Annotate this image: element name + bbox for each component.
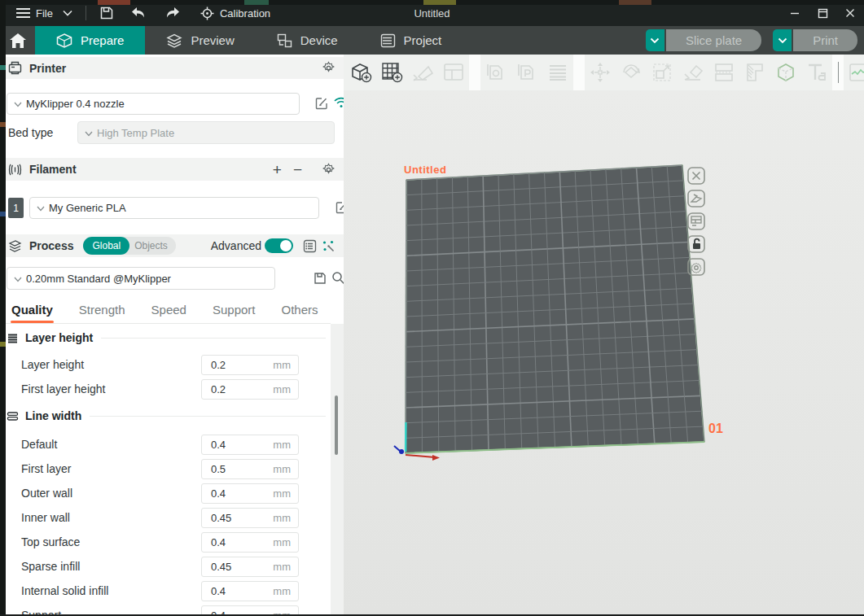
slice-plate-split-button: Slice plate [646, 29, 761, 51]
tab-prepare-label: Prepare [81, 33, 124, 47]
file-menu-button[interactable]: File [11, 2, 58, 24]
line-width-group-title: Line width [25, 409, 81, 422]
cut-tool-button[interactable] [712, 60, 736, 85]
line-width-first-layer-input[interactable]: 0.5 mm [201, 459, 299, 479]
param-label: Top surface [21, 535, 80, 548]
filament-preset-combo[interactable]: My Generic PLA [29, 197, 319, 219]
text-tool-button[interactable] [805, 60, 829, 85]
add-filament-button[interactable]: + [273, 162, 282, 177]
hamburger-icon [16, 8, 30, 18]
bed-type-combo[interactable]: High Temp Plate [77, 121, 335, 144]
redo-button[interactable] [160, 2, 186, 24]
line-width-icon [7, 410, 19, 422]
lock-plate-button[interactable] [686, 234, 706, 254]
delete-plate-button[interactable] [686, 166, 706, 186]
filament-section-header: Filament + − [0, 158, 344, 181]
rotate-tool-button[interactable] [619, 60, 643, 85]
printer-preset-combo[interactable]: MyKlipper 0.4 nozzle [7, 93, 300, 115]
param-value: 0.45 [202, 561, 273, 573]
process-tab-support[interactable]: Support [213, 303, 256, 323]
edit-printer-preset-button[interactable] [315, 97, 328, 110]
arrange-plate-button[interactable] [686, 189, 706, 208]
tab-device[interactable]: Device [256, 26, 359, 55]
process-preset-combo[interactable]: 0.20mm Standard @MyKlipper [7, 267, 275, 290]
chevron-down-icon [63, 10, 72, 16]
scale-tool-button[interactable] [650, 60, 674, 85]
gear-icon [686, 257, 706, 277]
sidebar-scrollbar[interactable] [331, 324, 344, 616]
save-preset-button[interactable] [314, 272, 327, 285]
scrollbar-thumb[interactable] [335, 395, 338, 455]
param-label: First layer [21, 462, 71, 475]
process-preset-value: 0.20mm Standard @MyKlipper [26, 273, 171, 285]
plate-name-label[interactable]: Untitled [404, 164, 446, 176]
first-layer-height-input[interactable]: 0.2 mm [201, 379, 299, 400]
scope-global-option[interactable]: Global [83, 237, 129, 255]
tab-prepare[interactable]: Prepare [35, 26, 145, 55]
split-to-objects-button[interactable] [484, 60, 508, 85]
arrange-button[interactable] [441, 60, 466, 85]
process-scope-toggle[interactable]: Global Objects [83, 237, 175, 255]
place-on-face-button[interactable] [681, 60, 705, 85]
tab-preview[interactable]: Preview [145, 26, 255, 55]
save-button[interactable] [94, 2, 119, 24]
param-unit: mm [273, 512, 298, 524]
advanced-toggle[interactable] [265, 238, 293, 253]
line-width-default-input[interactable]: 0.4 mm [201, 435, 299, 455]
print-button[interactable]: Print [793, 29, 857, 51]
slice-options-button[interactable] [646, 29, 664, 51]
mesh-boolean-button[interactable] [774, 60, 798, 85]
param-unit: mm [273, 463, 298, 475]
support-painting-button[interactable] [743, 60, 767, 85]
line-width-inner-wall-input[interactable]: 0.45 mm [201, 508, 299, 528]
split-to-parts-button[interactable] [515, 60, 539, 85]
process-tab-speed[interactable]: Speed [151, 303, 186, 323]
file-menu-dropdown[interactable] [58, 2, 77, 24]
remove-filament-button[interactable]: − [293, 162, 302, 177]
undo-button[interactable] [125, 2, 151, 24]
variable-layer-height-button[interactable] [546, 60, 570, 85]
line-width-sparse-infill-input[interactable]: 0.45 mm [201, 557, 299, 577]
line-width-internal-solid-infill-input[interactable]: 0.4 mm [201, 581, 299, 601]
plate-gear-button[interactable] [686, 257, 706, 277]
save-icon [99, 6, 114, 20]
tab-project[interactable]: Project [359, 26, 463, 55]
calibration-button[interactable]: Calibration [195, 2, 275, 24]
compare-presets-icon [322, 239, 336, 253]
compare-presets-button[interactable] [322, 239, 336, 253]
build-plate-canvas[interactable]: Untitled 01 [344, 90, 864, 616]
cut-icon [712, 60, 736, 85]
auto-orient-button[interactable] [410, 60, 435, 85]
auto-orient-icon [410, 60, 435, 85]
process-tab-strength[interactable]: Strength [79, 303, 125, 323]
move-tool-button[interactable] [588, 60, 612, 85]
process-tab-others[interactable]: Others [282, 303, 318, 323]
print-options-button[interactable] [773, 29, 792, 51]
printer-settings-button[interactable] [322, 61, 336, 75]
param-unit: mm [273, 487, 298, 500]
layer-height-input[interactable]: 0.2 mm [201, 355, 299, 375]
unlock-icon [686, 234, 706, 254]
add-plate-button[interactable] [379, 60, 404, 85]
assembly-view-button[interactable] [847, 60, 864, 85]
arrange-plate-icon [686, 189, 706, 208]
parameter-table-button[interactable] [303, 239, 317, 253]
chevron-down-icon [650, 37, 660, 44]
assembly-view-icon [847, 60, 864, 85]
filament-settings-button[interactable] [322, 163, 336, 177]
slice-plate-button[interactable]: Slice plate [666, 29, 761, 51]
divider [0, 323, 331, 324]
split-objects-icon [484, 60, 508, 85]
home-icon [9, 33, 27, 49]
delete-plate-icon [686, 166, 706, 186]
add-object-button[interactable] [349, 60, 373, 85]
line-width-outer-wall-input[interactable]: 0.4 mm [201, 483, 299, 504]
line-width-top-surface-input[interactable]: 0.4 mm [201, 532, 299, 553]
scope-objects-option[interactable]: Objects [129, 240, 176, 251]
list-icon [303, 239, 317, 253]
bed-type-value: High Temp Plate [97, 127, 174, 139]
plate-settings-button[interactable] [686, 212, 706, 231]
toggle-knob [280, 240, 292, 251]
process-tab-quality[interactable]: Quality [11, 303, 53, 323]
text-icon [805, 60, 829, 85]
